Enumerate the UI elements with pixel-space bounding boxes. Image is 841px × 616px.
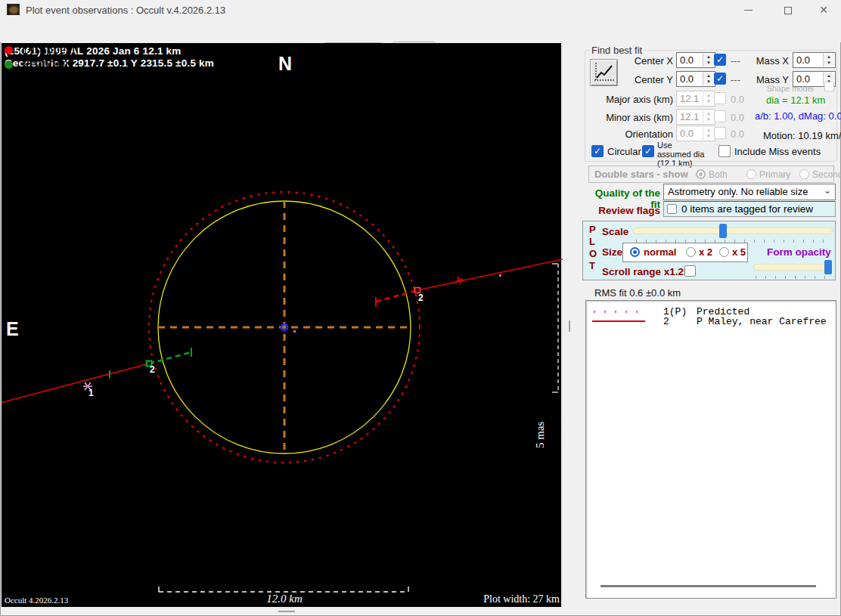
chord2-line-left <box>2 364 149 403</box>
center-x-checkbox[interactable]: ✓ <box>714 54 726 66</box>
east-label: E <box>6 318 19 340</box>
legend-reappear: Reappear <box>2 57 561 71</box>
major-axis-value: 12.1 <box>680 93 699 104</box>
chevron-down-icon: ⌄ <box>824 185 831 196</box>
double-both-label: Both <box>709 169 728 180</box>
major-axis-input[interactable]: 12.1▲▼ <box>676 91 715 107</box>
quality-value: Astrometry only. No reliable size <box>668 186 808 197</box>
ab-dmag-label: a/b: 1.00, dMag: 0.00 <box>755 110 841 122</box>
mass-y-value: 0.0 <box>796 73 810 85</box>
minor-axis-err: 0.0 <box>731 112 744 123</box>
plot-letter-p: P <box>589 224 596 235</box>
observations-list[interactable]: 1(P) Predicted 2 P Maley, near Carefree <box>585 300 836 599</box>
legend-reappear-label: Reappear <box>21 56 73 72</box>
scale-slider-track[interactable] <box>633 228 833 234</box>
use-assumed-label: Use assumed dia (12.1 km) <box>657 141 706 168</box>
predicted-dot <box>293 330 296 333</box>
mass-x-spinner[interactable]: ▲▼ <box>823 54 834 67</box>
sky-plane-plot[interactable]: (15061) 1999 AL 2026 Jan 6 12.1 km Geoce… <box>2 43 563 607</box>
form-opacity-label: Form opacity <box>767 246 831 258</box>
review-flags-label: Review flags <box>589 205 660 216</box>
size-x2-radio[interactable] <box>686 247 696 257</box>
center-x-input[interactable]: 0.0▲▼ <box>676 52 715 68</box>
center-y-spinner[interactable]: ▲▼ <box>703 73 714 85</box>
double-stars-group: Double stars - show Both Primary Seconda… <box>588 166 834 183</box>
dia-label: dia = 12.1 km <box>766 94 825 106</box>
mass-x-value: 0.0 <box>796 54 810 66</box>
circular-checkbox[interactable]: ✓ <box>591 145 604 157</box>
find-best-fit-label: Find best fit <box>589 45 644 56</box>
scale-label: Scale <box>602 226 628 237</box>
minimize-button[interactable] <box>731 0 765 20</box>
observation-number: 2 <box>663 316 669 327</box>
size-x5-radio[interactable] <box>719 247 729 257</box>
orientation-input[interactable]: 0.0▲▼ <box>676 125 715 141</box>
rms-fit-label: RMS fit 0.6 ±0.0 km <box>594 287 681 299</box>
double-stars-label: Double stars - show <box>594 169 688 180</box>
observer2-line-swatch <box>592 320 645 322</box>
plot-width-label: Plot width: 27 km <box>425 593 560 605</box>
double-primary-radio[interactable] <box>746 169 756 179</box>
legend-disappear: Disappear <box>2 43 561 57</box>
double-primary-label: Primary <box>759 169 790 180</box>
plot-canvas <box>2 43 563 607</box>
title-bar: Plot event observations : Occult v.4.202… <box>0 0 841 20</box>
scroll-range-label: Scroll range x1.25 <box>602 266 690 277</box>
list-item-observer2[interactable]: 2 P Maley, near Carefree <box>586 316 836 327</box>
scale-slider-thumb[interactable] <box>719 224 727 238</box>
include-miss-label: Include Miss events <box>734 146 821 157</box>
size-radio-group: normal x 2 x 5 <box>622 243 748 262</box>
center-y-label: Center Y <box>620 74 673 85</box>
orientation-checkbox[interactable] <box>714 127 726 139</box>
include-miss-checkbox[interactable] <box>718 145 731 157</box>
review-flags-value: 0 items are tagged for review <box>681 203 813 215</box>
scroll-range-checkbox[interactable] <box>684 265 696 277</box>
opacity-slider-ticks <box>756 276 831 279</box>
orientation-spinner[interactable]: ▲▼ <box>703 127 714 140</box>
major-axis-err: 0.0 <box>731 94 744 105</box>
double-both-radio[interactable] <box>696 169 706 179</box>
station2-reappear-label: 2 <box>150 364 155 375</box>
minor-axis-spinner[interactable]: ▲▼ <box>703 110 714 123</box>
size-normal-radio[interactable] <box>630 247 640 257</box>
size-x2-label: x 2 <box>699 246 712 258</box>
close-button[interactable]: ✕ <box>806 0 841 20</box>
minor-axis-input[interactable]: 12.1▲▼ <box>676 109 715 125</box>
minor-axis-checkbox[interactable] <box>714 110 726 122</box>
horizontal-scrollbar-thumb[interactable] <box>278 611 295 612</box>
quality-select[interactable]: Astrometry only. No reliable size ⌄ <box>663 184 836 200</box>
shape-model-checkbox[interactable] <box>824 82 834 91</box>
maximize-button[interactable] <box>771 0 805 20</box>
orientation-value: 0.0 <box>680 128 694 139</box>
disappear-dot-icon <box>5 46 13 54</box>
run-fit-button[interactable] <box>590 59 618 86</box>
motion-label: Motion: 10.19 km/s <box>763 130 841 141</box>
major-axis-spinner[interactable]: ▲▼ <box>703 92 714 105</box>
hscale-label: 12.0 km <box>228 593 341 605</box>
vertical-scrollbar-thumb[interactable] <box>569 320 570 332</box>
double-secondary-label: Secondary <box>812 169 841 180</box>
predicted-line-swatch <box>594 311 644 313</box>
size-normal-label: normal <box>644 246 676 258</box>
center-y-checkbox[interactable]: ✓ <box>714 73 726 85</box>
review-flags-checkbox[interactable] <box>667 204 677 214</box>
predicted-dot <box>499 274 501 277</box>
center-y-input[interactable]: 0.0▲▼ <box>676 71 715 87</box>
station2-disappear-label: 2 <box>418 293 424 303</box>
list-scrollbar-thumb[interactable] <box>600 585 816 587</box>
center-x-spinner[interactable]: ▲▼ <box>703 54 714 67</box>
chord2-line-right <box>417 259 563 290</box>
opacity-slider-thumb[interactable] <box>824 260 832 274</box>
review-flags-field: 0 items are tagged for review <box>663 201 836 217</box>
orientation-err: 0.0 <box>731 128 744 140</box>
list-item-predicted[interactable]: 1(P) Predicted <box>586 306 836 317</box>
orientation-label: Orientation <box>597 128 673 140</box>
mass-x-input[interactable]: 0.0▲▼ <box>793 52 836 68</box>
minor-axis-label: Minor axis (km) <box>597 112 673 123</box>
opacity-slider-track[interactable] <box>753 264 832 271</box>
plot-legend: Disappear Reappear <box>2 43 561 71</box>
plot-controls-panel: P L O T Scale Size normal x 2 x 5 Form o… <box>582 221 836 280</box>
double-secondary-radio[interactable] <box>799 169 809 179</box>
major-axis-checkbox[interactable] <box>714 92 726 104</box>
use-assumed-checkbox[interactable]: ✓ <box>642 145 654 157</box>
